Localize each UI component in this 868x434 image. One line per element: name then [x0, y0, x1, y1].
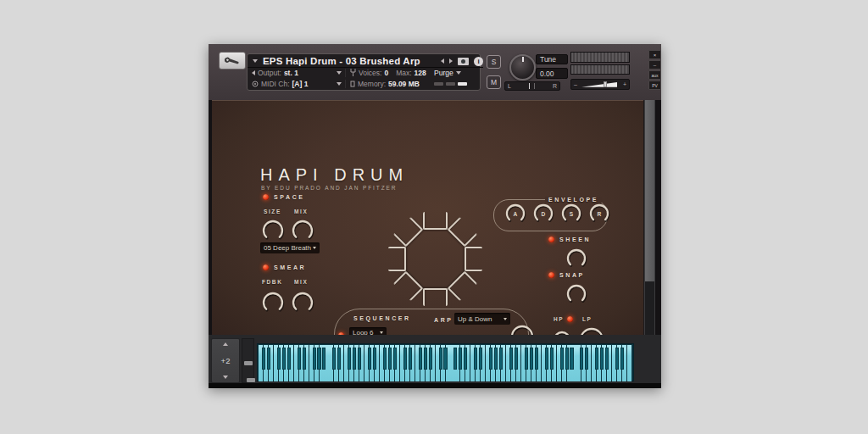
octave-down-icon[interactable] — [223, 376, 228, 379]
piano-key-black[interactable] — [585, 348, 588, 370]
piano-key-black[interactable] — [409, 348, 412, 370]
piano-key-black[interactable] — [303, 348, 306, 370]
aux-button[interactable]: aux — [648, 70, 661, 80]
piano-key-black[interactable] — [353, 348, 356, 370]
solo-button[interactable]: S — [487, 55, 501, 69]
smear-led[interactable] — [263, 264, 269, 270]
piano-key-black[interactable] — [337, 348, 341, 370]
piano-key-black[interactable] — [595, 348, 598, 370]
octave-up-icon[interactable] — [223, 342, 228, 346]
piano-key-black[interactable] — [565, 348, 569, 370]
piano-key-black[interactable] — [439, 348, 442, 370]
envelope-knob-r[interactable]: R — [587, 202, 611, 229]
piano-key-black[interactable] — [459, 348, 462, 370]
instrument-menu-arrow-icon[interactable] — [253, 59, 258, 63]
volume-slider[interactable]: – + — [570, 79, 630, 90]
piano-key-black[interactable] — [515, 348, 518, 370]
piano-key-black[interactable] — [580, 348, 583, 370]
piano-key-black[interactable] — [368, 348, 371, 370]
piano-key-black[interactable] — [489, 348, 492, 370]
purge-button[interactable]: Purge — [434, 69, 453, 77]
piano-key-black[interactable] — [262, 348, 265, 370]
piano-key-black[interactable] — [600, 348, 604, 370]
piano-key-black[interactable] — [453, 348, 457, 370]
pan-slider[interactable]: L R — [504, 81, 560, 91]
sheen-led[interactable] — [548, 236, 554, 242]
piano-key-black[interactable] — [464, 348, 467, 370]
piano-key-black[interactable] — [373, 348, 376, 370]
piano-key-white[interactable] — [627, 345, 632, 381]
next-instrument-icon[interactable] — [449, 58, 453, 64]
prev-instrument-icon[interactable] — [441, 58, 444, 64]
max-value[interactable]: 128 — [415, 69, 426, 77]
arp-mode-dropdown[interactable]: Up & Down — [454, 313, 510, 325]
midi-dropdown-icon[interactable] — [337, 82, 342, 86]
piano-key-black[interactable] — [429, 348, 432, 370]
snap-led[interactable] — [548, 272, 554, 278]
pan-handle[interactable] — [529, 83, 535, 89]
snap-knob[interactable] — [565, 282, 588, 309]
smear-mix-knob[interactable] — [290, 290, 315, 319]
volume-handle[interactable] — [604, 81, 607, 87]
piano-key-black[interactable] — [530, 348, 533, 370]
piano-key-black[interactable] — [267, 348, 270, 370]
piano-key-black[interactable] — [525, 348, 528, 370]
piano-key-black[interactable] — [570, 348, 573, 370]
envelope-knob-s[interactable]: S — [559, 202, 583, 229]
space-led[interactable] — [263, 194, 269, 200]
piano-key-black[interactable] — [277, 348, 281, 370]
envelope-knob-d[interactable]: D — [531, 202, 555, 229]
keyboard-drag-handle[interactable] — [244, 361, 253, 365]
instrument-title[interactable]: EPS Hapi Drum - 03 Brushed Arp — [263, 56, 420, 66]
piano-key-black[interactable] — [332, 348, 336, 370]
piano-key-black[interactable] — [419, 348, 422, 370]
output-value[interactable]: st. 1 — [284, 69, 298, 77]
minimize-icon[interactable]: – — [648, 60, 661, 70]
piano-key-black[interactable] — [388, 348, 392, 370]
piano-key-black[interactable] — [474, 348, 477, 370]
piano-key-black[interactable] — [443, 348, 447, 370]
sheen-knob[interactable] — [565, 247, 588, 274]
close-icon[interactable]: × — [648, 50, 661, 59]
rack-scrollbar[interactable] — [643, 100, 655, 335]
piano-key-black[interactable] — [287, 348, 291, 370]
piano-key-black[interactable] — [403, 348, 407, 370]
space-preset-dropdown[interactable]: 05 Deep Breath — [260, 242, 320, 253]
smear-fdbk-knob[interactable] — [260, 290, 286, 319]
piano-key-black[interactable] — [550, 348, 554, 370]
piano-key-black[interactable] — [313, 348, 316, 370]
piano-key-black[interactable] — [322, 348, 326, 370]
piano-key-black[interactable] — [535, 348, 538, 370]
purge-dropdown-icon[interactable] — [456, 71, 461, 75]
piano-key-black[interactable] — [348, 348, 351, 370]
piano-key-black[interactable] — [499, 348, 503, 370]
piano-key-black[interactable] — [545, 348, 548, 370]
piano-key-black[interactable] — [479, 348, 482, 370]
midi-value[interactable]: [A] 1 — [292, 80, 309, 88]
piano-key-black[interactable] — [358, 348, 361, 370]
snapshot-camera-icon[interactable] — [458, 58, 469, 65]
piano-key-black[interactable] — [298, 348, 301, 370]
piano-key-black[interactable] — [317, 348, 320, 370]
pv-button[interactable]: PV — [648, 81, 661, 90]
piano-key-black[interactable] — [383, 348, 387, 370]
piano-key-black[interactable] — [494, 348, 498, 370]
scrollbar-thumb[interactable] — [645, 100, 654, 281]
piano-key-black[interactable] — [282, 348, 286, 370]
tune-knob[interactable] — [509, 54, 536, 81]
mute-button[interactable]: M — [487, 75, 501, 89]
wrench-edit-button[interactable] — [219, 52, 246, 70]
output-dropdown-icon[interactable] — [337, 71, 342, 75]
piano-key-black[interactable] — [393, 348, 397, 370]
piano-key-black[interactable] — [509, 348, 513, 370]
piano-key-black[interactable] — [560, 348, 564, 370]
info-icon[interactable]: i — [474, 57, 483, 66]
piano-key-black[interactable] — [615, 348, 619, 370]
envelope-knob-a[interactable]: A — [504, 202, 527, 229]
filter-led[interactable] — [567, 316, 573, 322]
piano-key-black[interactable] — [605, 348, 609, 370]
keyboard-drag-handle[interactable] — [247, 378, 255, 382]
piano-key-black[interactable] — [620, 348, 624, 370]
piano-key-black[interactable] — [424, 348, 427, 370]
tune-value[interactable]: 0.00 — [536, 68, 568, 79]
